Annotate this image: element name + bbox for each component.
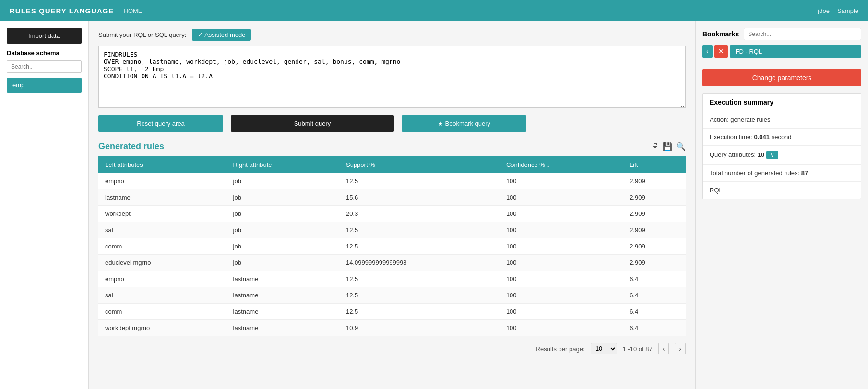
nav-user: jdoe (818, 7, 830, 14)
cell-lift: 2.909 (623, 206, 686, 222)
exec-time-row: Execution time: 0.041 second (703, 129, 861, 146)
generated-rules-table: Left attributes Right attribute Support … (98, 156, 686, 336)
bookmark-query-button[interactable]: ★ Bookmark query (402, 115, 526, 132)
cell-lift: 6.4 (623, 271, 686, 287)
cell-confidence: 100 (499, 238, 623, 255)
cell-left: sal (98, 287, 226, 304)
bookmark-delete-button[interactable]: ✕ (714, 45, 728, 58)
rql-row: RQL (703, 182, 861, 199)
cell-lift: 2.909 (623, 173, 686, 189)
table-row: educlevel mgrnojob14.0999999999999981002… (98, 255, 686, 271)
bookmarks-search-input[interactable] (744, 28, 861, 40)
cell-support: 12.5 (339, 287, 499, 304)
query-header: Submit your RQL or SQL query: ✓ Assisted… (98, 29, 686, 41)
import-data-button[interactable]: Import data (7, 28, 82, 44)
total-rules-label: Total number of generated rules: (710, 169, 801, 177)
col-confidence[interactable]: Confidence % ↓ (499, 156, 623, 173)
rules-table-body: empnojob12.51002.909lastnamejob15.61002.… (98, 173, 686, 336)
cell-lift: 2.909 (623, 189, 686, 206)
execution-summary: Execution summary Action: generate rules… (702, 93, 861, 199)
total-rules-value: 87 (801, 169, 808, 177)
cell-confidence: 100 (499, 189, 623, 206)
cell-left: comm (98, 238, 226, 255)
rules-header: Generated rules 🖨 💾 🔍 (98, 141, 686, 152)
table-row: workdeptjob20.31002.909 (98, 206, 686, 222)
cell-lift: 2.909 (623, 238, 686, 255)
cell-support: 12.5 (339, 238, 499, 255)
query-label: Submit your RQL or SQL query: (98, 31, 186, 38)
pagination: Results per page: 10 25 50 100 1 -10 of … (98, 343, 686, 354)
bookmark-prev-button[interactable]: ‹ (702, 45, 713, 58)
col-lift: Lift (623, 156, 686, 173)
rules-icons: 🖨 💾 🔍 (651, 142, 686, 151)
pagination-range: 1 -10 of 87 (623, 345, 653, 353)
table-item-emp[interactable]: emp (7, 78, 82, 93)
exec-time-unit: second (770, 133, 792, 141)
bookmark-item[interactable]: FD - RQL (730, 45, 861, 58)
table-row: lastnamejob15.61002.909 (98, 189, 686, 206)
main-layout: Import data Database schema emp Submit y… (0, 21, 868, 389)
bookmarks-label: Bookmarks (702, 30, 739, 38)
query-attrs-row: Query attributes: 10∨ (703, 146, 861, 165)
cell-confidence: 100 (499, 271, 623, 287)
top-nav: RULES QUERY LANGUAGE HOME jdoe Sample (0, 0, 868, 21)
rules-section: Generated rules 🖨 💾 🔍 Left attributes Ri… (98, 141, 686, 354)
cell-support: 12.5 (339, 304, 499, 320)
table-row: workdept mgrnolastname10.91006.4 (98, 320, 686, 336)
nav-sample[interactable]: Sample (837, 7, 858, 14)
cell-confidence: 100 (499, 304, 623, 320)
home-link[interactable]: HOME (124, 7, 143, 14)
change-parameters-button[interactable]: Change parameters (702, 69, 861, 86)
cell-support: 12.5 (339, 173, 499, 189)
cell-confidence: 100 (499, 173, 623, 189)
cell-lift: 2.909 (623, 255, 686, 271)
table-header: Left attributes Right attribute Support … (98, 156, 686, 173)
query-textarea[interactable] (98, 46, 686, 108)
bookmarks-header: Bookmarks (702, 28, 861, 40)
bookmarks-nav: ‹ ✕ FD - RQL (702, 45, 861, 58)
cell-left: empno (98, 271, 226, 287)
print-icon[interactable]: 🖨 (651, 142, 659, 151)
cell-right: job (226, 222, 339, 238)
exec-time-value: 0.041 (754, 133, 770, 141)
pagination-prev-button[interactable]: ‹ (658, 343, 669, 354)
cell-right: lastname (226, 320, 339, 336)
cell-support: 20.3 (339, 206, 499, 222)
cell-confidence: 100 (499, 222, 623, 238)
sidebar: Import data Database schema emp (0, 21, 89, 389)
cell-support: 15.6 (339, 189, 499, 206)
submit-query-button[interactable]: Submit query (231, 115, 394, 132)
cell-right: job (226, 189, 339, 206)
cell-support: 12.5 (339, 271, 499, 287)
save-icon[interactable]: 💾 (663, 142, 672, 151)
exec-time-label: Execution time: (710, 133, 754, 141)
query-attrs-value: 10 (758, 151, 764, 158)
rules-title: Generated rules (98, 141, 164, 152)
cell-right: job (226, 173, 339, 189)
results-per-page-label: Results per page: (536, 345, 585, 353)
cell-left: workdept mgrno (98, 320, 226, 336)
cell-right: job (226, 206, 339, 222)
table-row: commlastname12.51006.4 (98, 304, 686, 320)
reset-query-button[interactable]: Reset query area (98, 115, 223, 132)
cell-confidence: 100 (499, 255, 623, 271)
cell-left: comm (98, 304, 226, 320)
table-row: sallastname12.51006.4 (98, 287, 686, 304)
query-attrs-toggle[interactable]: ∨ (766, 151, 778, 159)
col-right-attr: Right attribute (226, 156, 339, 173)
search-icon[interactable]: 🔍 (676, 142, 686, 151)
sidebar-search-input[interactable] (7, 60, 82, 73)
cell-lift: 2.909 (623, 222, 686, 238)
assisted-mode-button[interactable]: ✓ Assisted mode (192, 29, 251, 41)
cell-lift: 6.4 (623, 320, 686, 336)
cell-left: workdept (98, 206, 226, 222)
pagination-next-button[interactable]: › (675, 343, 686, 354)
cell-confidence: 100 (499, 287, 623, 304)
main-content: Submit your RQL or SQL query: ✓ Assisted… (89, 21, 695, 389)
exec-action: Action: generate rules (703, 111, 861, 129)
per-page-select[interactable]: 10 25 50 100 (591, 343, 617, 354)
table-row: empnojob12.51002.909 (98, 173, 686, 189)
cell-right: lastname (226, 287, 339, 304)
nav-right: jdoe Sample (818, 7, 858, 14)
cell-right: job (226, 238, 339, 255)
